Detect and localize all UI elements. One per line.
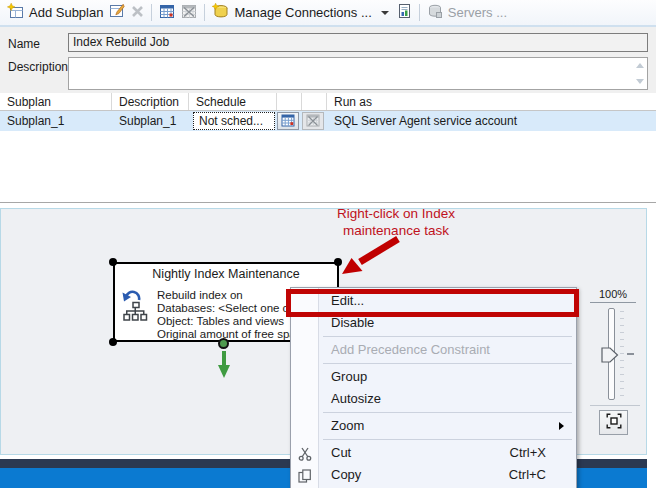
reporting-button[interactable] xyxy=(393,1,415,24)
menu-shortcut: Ctrl+C xyxy=(509,464,546,486)
zoom-slider-thumb[interactable] xyxy=(601,347,619,363)
menu-item-add-precedence-constraint[interactable]: Add Precedence Constraint xyxy=(291,339,576,361)
menu-item-label: Autosize xyxy=(331,391,381,406)
modify-subplan-icon xyxy=(109,3,125,22)
remove-schedule-button[interactable] xyxy=(178,1,200,24)
grid-header: Subplan Description Schedule Run as xyxy=(0,93,656,111)
remove-schedule-icon xyxy=(181,3,197,22)
add-subplan-button[interactable]: Add Subplan xyxy=(4,1,106,24)
connector-handle[interactable] xyxy=(218,338,229,349)
toolbar-separator xyxy=(204,4,205,21)
menu-shortcut: Ctrl+X xyxy=(510,442,546,464)
column-header-schedule-remove[interactable] xyxy=(302,93,327,110)
column-header-schedule-pick[interactable] xyxy=(277,93,302,110)
database-icon xyxy=(212,3,229,22)
context-menu: Edit... Disable Add Precedence Constrain… xyxy=(290,287,577,488)
column-header-subplan[interactable]: Subplan xyxy=(0,93,112,110)
task-title: Nightly Index Maintenance xyxy=(115,264,337,281)
table-row[interactable]: Subplan_1 Subplan_1 Not sched... SQL Ser… xyxy=(0,111,656,131)
annotation-arrow xyxy=(336,234,408,280)
menu-item-copy[interactable]: Copy Ctrl+C xyxy=(291,464,576,486)
fit-to-window-button[interactable] xyxy=(599,410,628,435)
cell-subplan: Subplan_1 xyxy=(0,114,112,128)
selection-handle[interactable] xyxy=(109,338,117,346)
remove-schedule-icon xyxy=(306,113,320,130)
cell-run-as: SQL Server Agent service account xyxy=(327,114,656,128)
selection-handle[interactable] xyxy=(109,258,117,266)
toolbar-separator xyxy=(151,4,152,21)
menu-item-group[interactable]: Group xyxy=(291,366,576,388)
menu-item-label: Zoom xyxy=(331,418,364,433)
name-label: Name xyxy=(8,37,40,51)
servers-label: Servers ... xyxy=(448,5,507,20)
description-label: Description xyxy=(8,60,68,74)
subplan-grid: Subplan Description Schedule Run as Subp… xyxy=(0,93,656,203)
menu-item-label: Cut xyxy=(331,445,351,460)
copy-icon xyxy=(298,468,312,488)
pick-schedule-icon xyxy=(281,113,295,130)
toolbar: Add Subplan Manage xyxy=(0,0,656,27)
delete-subplan-button[interactable] xyxy=(128,3,147,23)
menu-item-cut[interactable]: Cut Ctrl+X xyxy=(291,442,576,464)
panel-divider xyxy=(590,405,640,406)
menu-item-zoom[interactable]: Zoom xyxy=(291,415,576,437)
scroll-up-icon[interactable] xyxy=(636,63,644,68)
fit-to-window-icon xyxy=(606,413,622,433)
reporting-icon xyxy=(396,3,412,22)
pick-schedule-button[interactable] xyxy=(277,112,299,130)
remove-schedule-row-button[interactable] xyxy=(302,112,324,130)
zoom-100-mark xyxy=(627,353,634,355)
menu-item-label: Disable xyxy=(331,315,374,330)
green-connector-arrow xyxy=(216,350,232,380)
menu-item-label: Add Precedence Constraint xyxy=(331,342,490,357)
submenu-arrow-icon xyxy=(559,422,564,430)
manage-connections-button[interactable]: Manage Connections ... xyxy=(209,1,374,24)
delete-icon xyxy=(131,5,144,21)
annotation-line1: Right-click on Index xyxy=(308,205,484,222)
subplan-form: Name Index Rebuild Job Description xyxy=(0,27,656,93)
manage-connections-label: Manage Connections ... xyxy=(234,5,371,20)
description-input[interactable] xyxy=(68,57,648,90)
column-header-schedule[interactable]: Schedule xyxy=(189,93,277,110)
menu-item-label: Copy xyxy=(331,467,361,482)
toolbar-separator xyxy=(419,4,420,21)
menu-item-autosize[interactable]: Autosize xyxy=(291,388,576,410)
zoom-slider-ticks xyxy=(620,311,624,399)
selection-handle[interactable] xyxy=(334,258,342,266)
add-subplan-label: Add Subplan xyxy=(29,5,103,20)
name-input[interactable]: Index Rebuild Job xyxy=(68,33,648,52)
edit-highlight-box xyxy=(286,289,579,317)
servers-button[interactable]: Servers ... xyxy=(424,1,510,24)
menu-item-label: Group xyxy=(331,369,367,384)
subplan-schedule-button[interactable] xyxy=(156,1,178,24)
rebuild-index-icon xyxy=(121,290,151,326)
add-subplan-icon xyxy=(7,3,24,22)
maintenance-plan-designer: Add Subplan Manage xyxy=(0,0,656,488)
subplan-schedule-icon xyxy=(159,3,175,22)
schedule-cell[interactable]: Not sched... xyxy=(193,112,275,130)
column-header-run-as[interactable]: Run as xyxy=(327,93,656,110)
scroll-down-icon[interactable] xyxy=(636,79,644,84)
cell-description: Subplan_1 xyxy=(112,114,189,128)
modify-subplan-button[interactable] xyxy=(106,1,128,24)
servers-icon xyxy=(427,3,443,22)
column-header-description[interactable]: Description xyxy=(112,93,189,110)
zoom-level-label: 100% xyxy=(590,288,636,303)
dropdown-caret-icon[interactable] xyxy=(381,11,389,15)
